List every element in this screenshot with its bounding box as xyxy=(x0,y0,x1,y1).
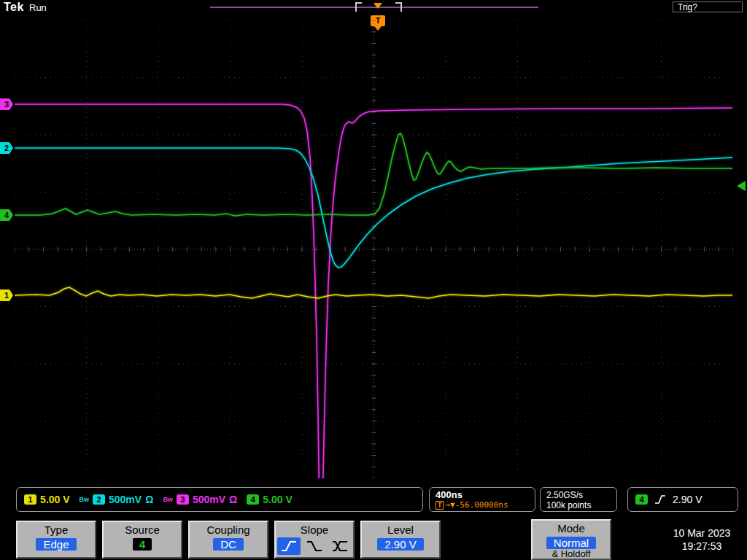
ch3-badge: 3 xyxy=(177,494,189,505)
menu-type-label: Type xyxy=(18,524,95,536)
ch2-scale: 500mV xyxy=(109,494,142,505)
ch3-bandwidth-icon: Bw xyxy=(163,496,173,503)
record-window-right-bracket xyxy=(395,2,402,12)
menu-source-label: Source xyxy=(104,524,181,536)
channel-4-marker[interactable]: 4 xyxy=(0,209,13,221)
trigger-readout: 4 2.90 V xyxy=(627,487,738,512)
time-label: 19:27:53 xyxy=(682,540,722,552)
slope-rising-icon[interactable] xyxy=(277,537,301,555)
trigger-delay-t-icon: T xyxy=(436,501,444,510)
trigger-slope-icon xyxy=(654,494,666,505)
ch2-impedance: Ω xyxy=(145,494,153,505)
ch1-readout: 1 5.00 V xyxy=(24,494,69,505)
slope-either-icon[interactable] xyxy=(328,537,352,555)
trigger-delay-value: →▼-56.00000ns xyxy=(445,500,508,510)
ch4-readout: 4 5.00 V xyxy=(247,494,292,505)
channel-readouts: 1 5.00 V Bw 2 500mV Ω Bw 3 500mV Ω 4 5.0… xyxy=(16,487,423,512)
ch3-scale: 500mV xyxy=(193,494,225,505)
ch4-badge: 4 xyxy=(247,494,259,505)
timebase-readout: 400ns T →▼-56.00000ns xyxy=(429,487,535,512)
trace-ch3 xyxy=(15,104,732,478)
ch3-impedance: Ω xyxy=(229,494,237,505)
menu-level-value: 2.90 V xyxy=(377,538,423,551)
trigger-status-label: Trig? xyxy=(678,2,697,12)
channel-3-marker[interactable]: 3 xyxy=(0,98,13,110)
menu-coupling-label: Coupling xyxy=(190,524,267,536)
acquisition-readout: 2.50GS/s 100k points xyxy=(540,487,617,512)
ch1-scale: 5.00 V xyxy=(40,494,69,505)
waveform-display xyxy=(15,20,733,478)
menu-type-button[interactable]: Type Edge xyxy=(16,521,96,559)
trigger-status-box: Trig? xyxy=(673,1,743,12)
ch1-badge: 1 xyxy=(24,494,36,505)
menu-mode-button[interactable]: Mode Normal & Holdoff xyxy=(531,519,611,560)
menu-mode-label: Mode xyxy=(533,522,610,534)
menu-type-value: Edge xyxy=(36,538,76,551)
trace-ch3 xyxy=(15,104,732,478)
trigger-level-readout: 2.90 V xyxy=(673,494,702,505)
trigger-source-badge: 4 xyxy=(635,494,648,505)
date-label: 10 Mar 2023 xyxy=(673,527,731,539)
ch4-scale: 5.00 V xyxy=(263,494,292,505)
menu-level-button[interactable]: Level 2.90 V xyxy=(360,521,441,559)
menu-level-label: Level xyxy=(362,524,439,536)
ch3-readout: Bw 3 500mV Ω xyxy=(163,494,237,505)
acquisition-status: Run xyxy=(29,2,47,13)
menu-source-button[interactable]: Source 4 xyxy=(102,521,182,559)
tek-logo: Tek xyxy=(4,1,24,14)
channel-1-marker[interactable]: 1 xyxy=(0,289,13,301)
menu-mode-sub: & Holdoff xyxy=(533,549,610,559)
channel-2-marker[interactable]: 2 xyxy=(0,142,13,154)
trigger-position-marker-icon[interactable] xyxy=(374,3,382,9)
oscilloscope-screen: Tek Run Trig? T 3 2 4 1 1 5.00 V Bw 2 50… xyxy=(0,0,747,560)
menu-coupling-button[interactable]: Coupling DC xyxy=(188,521,268,559)
menu-source-value: 4 xyxy=(133,538,152,551)
trigger-level-arrow[interactable] xyxy=(737,181,746,191)
trigger-delay-readout: T →▼-56.00000ns xyxy=(436,500,529,510)
menu-coupling-value: DC xyxy=(213,538,244,551)
timebase-scale: 400ns xyxy=(436,489,529,500)
datetime-display: 10 Mar 2023 19:27:53 xyxy=(661,522,743,557)
record-window-left-bracket xyxy=(355,2,362,12)
ch2-bandwidth-icon: Bw xyxy=(79,496,89,503)
record-length: 100k points xyxy=(546,500,611,510)
slope-falling-icon[interactable] xyxy=(303,537,326,555)
sample-rate: 2.50GS/s xyxy=(546,490,611,500)
menu-slope-button[interactable]: Slope xyxy=(274,521,355,559)
menu-mode-value: Normal xyxy=(546,537,596,549)
ch2-readout: Bw 2 500mV Ω xyxy=(79,494,153,505)
menu-slope-label: Slope xyxy=(276,524,353,536)
ch2-badge: 2 xyxy=(93,494,105,505)
